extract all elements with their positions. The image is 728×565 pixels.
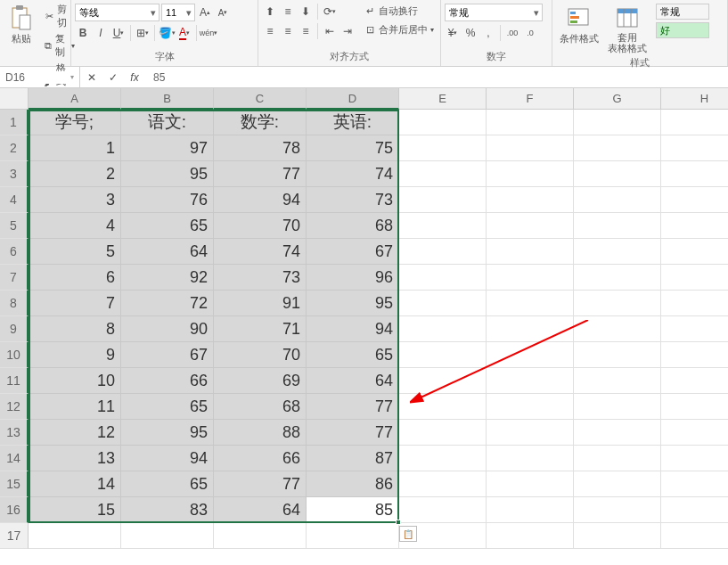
cell[interactable] [487,420,574,446]
cell[interactable]: 数学: [214,110,307,135]
row-header[interactable]: 14 [0,446,29,471]
orientation-button[interactable]: ⟳▾ [322,4,338,20]
cell[interactable] [487,135,574,161]
cell[interactable]: 1 [29,135,121,161]
cell[interactable]: 66 [214,446,307,471]
cell[interactable]: 73 [307,187,399,213]
cell[interactable] [399,342,487,368]
number-format-input[interactable] [446,7,531,18]
column-header-F[interactable]: F [487,88,574,110]
cell[interactable]: 71 [214,316,307,342]
row-header[interactable]: 7 [0,265,29,291]
cell[interactable]: 6 [29,265,121,291]
formula-input[interactable] [153,71,721,84]
bold-button[interactable]: B [75,25,91,41]
cell[interactable]: 87 [307,446,399,471]
cell[interactable] [574,291,661,316]
conditional-format-button[interactable]: 条件格式 [556,2,602,47]
cell[interactable]: 96 [307,265,399,291]
formula-input-wrap[interactable] [146,71,728,84]
name-box[interactable]: ▾ [0,67,80,87]
cell[interactable] [487,187,574,213]
cell[interactable] [661,135,728,161]
wrap-text-button[interactable]: ↵ 自动换行 [361,4,437,19]
cell[interactable] [487,110,574,135]
cell[interactable] [487,342,574,368]
cell[interactable]: 90 [121,316,214,342]
cell[interactable] [661,497,728,523]
decrease-font-button[interactable]: A▾ [215,4,231,20]
cell[interactable]: 97 [121,135,214,161]
row-header[interactable]: 1 [0,110,29,135]
cell[interactable] [574,110,661,135]
column-header-A[interactable]: A [29,88,121,110]
cell[interactable] [399,161,487,187]
column-header-D[interactable]: D [307,88,399,110]
cell[interactable]: 77 [214,471,307,497]
cell[interactable] [661,291,728,316]
cell[interactable] [661,187,728,213]
cell[interactable] [487,316,574,342]
paste-button[interactable]: 粘贴 [4,2,39,47]
cell[interactable] [399,291,487,316]
cell[interactable] [487,394,574,420]
cell[interactable]: 64 [121,239,214,265]
decrease-decimal-button[interactable]: .0 [522,25,538,41]
align-left-button[interactable]: ≡ [262,23,278,39]
column-header-G[interactable]: G [574,88,661,110]
align-center-button[interactable]: ≡ [280,23,296,39]
cell[interactable]: 85 [307,497,399,523]
cell[interactable]: 64 [307,368,399,394]
cell[interactable] [574,394,661,420]
cell[interactable]: 74 [307,161,399,187]
fill-color-button[interactable]: 🪣▾ [159,25,175,41]
cell[interactable]: 95 [121,161,214,187]
paste-options-button[interactable]: 📋 [399,526,417,542]
cell[interactable]: 67 [121,342,214,368]
cell[interactable] [574,161,661,187]
cell[interactable]: 8 [29,316,121,342]
cell[interactable]: 76 [121,187,214,213]
align-middle-button[interactable]: ≡ [280,4,296,20]
increase-decimal-button[interactable]: .00 [504,25,520,41]
cell[interactable]: 7 [29,291,121,316]
row-header[interactable]: 11 [0,368,29,394]
cell[interactable] [574,265,661,291]
cell[interactable] [661,239,728,265]
cell[interactable] [574,213,661,239]
row-header[interactable]: 17 [0,523,29,549]
cell[interactable] [661,161,728,187]
cell[interactable] [399,239,487,265]
cell[interactable] [661,446,728,471]
increase-font-button[interactable]: A▴ [197,4,213,20]
accept-formula-button[interactable]: ✓ [105,70,121,86]
row-header[interactable]: 8 [0,291,29,316]
cell[interactable]: 78 [214,135,307,161]
cell[interactable] [661,265,728,291]
cell[interactable]: 74 [214,239,307,265]
cell[interactable] [487,446,574,471]
cell[interactable]: 65 [121,471,214,497]
cell[interactable]: 70 [214,342,307,368]
cell-style-good[interactable]: 好 [656,22,709,38]
cell[interactable] [661,471,728,497]
cell[interactable] [574,368,661,394]
phonetic-button[interactable]: wén▾ [200,25,217,41]
column-header-E[interactable]: E [399,88,487,110]
cell[interactable]: 65 [121,213,214,239]
cell[interactable]: 95 [121,420,214,446]
row-header[interactable]: 15 [0,471,29,497]
increase-indent-button[interactable]: ⇥ [339,23,356,39]
column-header-B[interactable]: B [121,88,214,110]
cell[interactable] [399,497,487,523]
column-header-C[interactable]: C [214,88,307,110]
align-bottom-button[interactable]: ⬇ [298,4,314,20]
cell[interactable]: 88 [214,420,307,446]
cell-style-normal[interactable]: 常规 [656,4,709,20]
cell[interactable] [661,394,728,420]
cell[interactable]: 77 [307,394,399,420]
cell[interactable]: 77 [307,420,399,446]
cell[interactable]: 83 [121,497,214,523]
cell[interactable] [399,471,487,497]
cell[interactable] [661,316,728,342]
